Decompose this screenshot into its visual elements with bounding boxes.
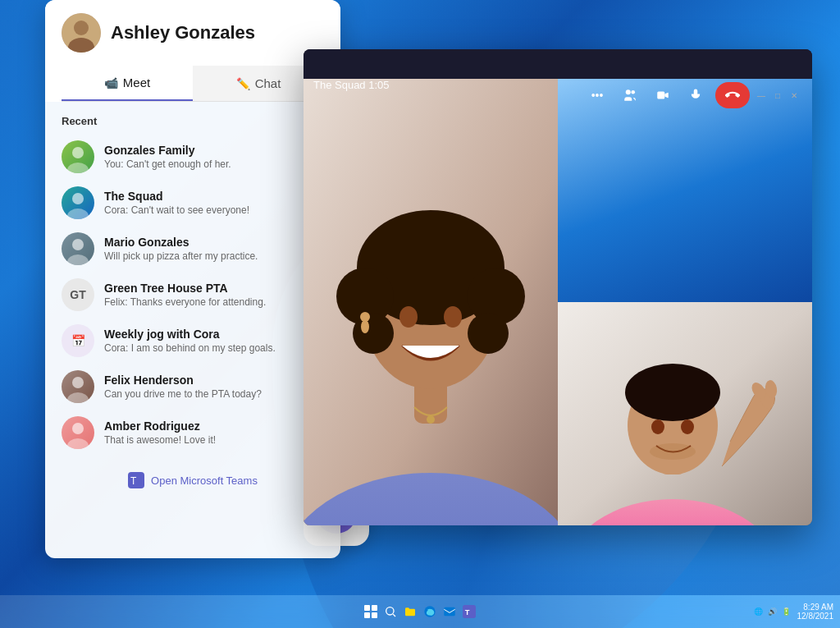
teams-icon: T (128, 472, 144, 488)
taskbar-start-button[interactable] (363, 603, 379, 620)
battery-icon: 🔋 (782, 607, 791, 616)
tab-meet[interactable]: 📹 Meet (62, 66, 193, 101)
taskbar-clock[interactable]: 8:29 AM 12/8/2021 (797, 603, 834, 621)
chat-item-name-0: Gonzales Family (104, 144, 324, 157)
svg-point-38 (427, 415, 435, 424)
taskbar-explorer-button[interactable] (402, 603, 418, 620)
date-display: 12/8/2021 (797, 612, 834, 621)
chat-item-preview-5: Can you drive me to the PTA today? (104, 388, 324, 400)
svg-point-34 (693, 226, 721, 236)
taskbar-mail-button[interactable] (441, 603, 458, 620)
svg-text:T: T (130, 475, 137, 487)
chat-item-text-6: Amber RodriguezThat is awesome! Love it! (104, 419, 324, 446)
call-titlebar: The Squad 1:05 ••• (304, 49, 812, 79)
chat-item-avatar-6 (62, 416, 94, 449)
chat-item-1[interactable]: The SquadCora: Can't wait to see everyon… (45, 180, 340, 226)
taskbar-center: T (363, 603, 477, 620)
tab-meet-label: Meet (123, 76, 150, 89)
chat-item-text-4: Weekly jog with CoraCora: I am so behind… (104, 328, 324, 354)
call-toolbar: ••• (581, 79, 802, 112)
mic-button[interactable] (682, 82, 709, 108)
chat-item-avatar-3: GT (62, 278, 94, 311)
video-icon (655, 88, 670, 103)
svg-point-58 (681, 419, 694, 434)
svg-point-31 (662, 199, 675, 213)
svg-point-20 (626, 89, 631, 94)
svg-point-57 (651, 419, 664, 434)
recent-label: Recent (45, 112, 340, 134)
taskbar-teams-button[interactable]: T (461, 603, 477, 620)
open-teams-button[interactable]: T Open Microsoft Teams (45, 462, 340, 498)
chat-item-5[interactable]: Felix HendersonCan you drive me to the P… (45, 364, 340, 410)
chat-item-text-3: Green Tree House PTAFelix: Thanks everyo… (104, 282, 324, 308)
participants-button[interactable] (617, 82, 643, 108)
participant-video-bottomleft (558, 302, 812, 525)
user-info: Ashley Gonzales (62, 13, 324, 66)
svg-point-13 (72, 377, 84, 388)
chat-header: Ashley Gonzales 📹 Meet ✏️ Chat (45, 0, 340, 102)
chat-item-2[interactable]: Mario GonzalesWill pick up pizza after m… (45, 226, 340, 272)
svg-text:T: T (465, 608, 470, 617)
chat-item-avatar-2 (62, 232, 94, 265)
titlebar-controls: — □ ✕ (756, 90, 799, 100)
chat-item-preview-3: Felix: Thanks everyone for attending. (104, 296, 324, 308)
chat-item-3[interactable]: GTGreen Tree House PTAFelix: Thanks ever… (45, 272, 340, 318)
chat-item-6[interactable]: Amber RodriguezThat is awesome! Love it! (45, 410, 340, 456)
chat-item-0[interactable]: Gonzales FamilyYou: Can't get enough of … (45, 134, 340, 180)
svg-point-4 (72, 147, 84, 158)
chat-item-avatar-0 (62, 140, 94, 173)
folder-icon (404, 605, 417, 618)
svg-point-1 (74, 21, 89, 35)
chat-item-name-1: The Squad (104, 190, 324, 203)
participants-icon (623, 88, 637, 103)
svg-point-32 (695, 199, 708, 213)
chat-item-avatar-5 (62, 370, 94, 403)
participant-video-right (304, 79, 558, 525)
tab-chat-label: Chat (255, 76, 281, 90)
network-icon: 🌐 (754, 607, 763, 616)
chat-item-text-2: Mario GonzalesWill pick up pizza after m… (104, 236, 324, 262)
svg-rect-22 (657, 92, 664, 99)
taskbar-search-button[interactable] (382, 603, 399, 620)
call-title-area: The Squad 1:05 (313, 79, 390, 91)
tab-bar: 📹 Meet ✏️ Chat (62, 66, 324, 102)
chat-item-name-5: Felix Henderson (104, 374, 324, 387)
participant-right (304, 79, 558, 525)
chat-item-name-2: Mario Gonzales (104, 236, 324, 249)
chat-item-text-0: Gonzales FamilyYou: Can't get enough of … (104, 144, 324, 170)
call-window: The Squad 1:05 ••• (304, 49, 812, 525)
search-icon (384, 605, 397, 618)
svg-point-59 (650, 443, 696, 460)
participant-bottom-left (558, 302, 812, 525)
maximize-button[interactable]: □ (773, 90, 783, 100)
avatar (62, 13, 101, 53)
participant-video-topleft (558, 79, 812, 302)
video-button[interactable] (650, 82, 676, 108)
svg-point-16 (72, 423, 84, 434)
minimize-button[interactable]: — (756, 90, 766, 100)
mic-icon (688, 88, 703, 103)
svg-rect-65 (444, 607, 454, 617)
svg-point-7 (72, 193, 84, 204)
end-call-icon (725, 88, 740, 103)
svg-point-48 (361, 320, 369, 333)
chat-item-preview-6: That is awesome! Love it! (104, 434, 324, 446)
chat-item-preview-0: You: Can't get enough of her. (104, 158, 324, 170)
system-icons: 🌐 🔊 🔋 (754, 607, 791, 616)
more-options-button[interactable]: ••• (584, 82, 610, 108)
end-call-button[interactable] (715, 82, 750, 108)
svg-point-21 (632, 90, 636, 94)
svg-point-63 (386, 607, 394, 615)
open-teams-label: Open Microsoft Teams (151, 474, 258, 487)
chat-list: Gonzales FamilyYou: Can't get enough of … (45, 134, 340, 456)
call-grid (304, 79, 812, 525)
close-button[interactable]: ✕ (789, 90, 799, 100)
svg-rect-26 (673, 222, 697, 255)
taskbar-edge-button[interactable] (422, 603, 438, 620)
chat-item-4[interactable]: 📅Weekly jog with CoraCora: I am so behin… (45, 318, 340, 364)
svg-point-45 (399, 306, 418, 328)
svg-point-29 (615, 169, 648, 268)
chat-item-preview-1: Cora: Can't wait to see everyone! (104, 204, 324, 216)
chat-item-avatar-1 (62, 186, 94, 219)
chat-item-text-5: Felix HendersonCan you drive me to the P… (104, 374, 324, 400)
